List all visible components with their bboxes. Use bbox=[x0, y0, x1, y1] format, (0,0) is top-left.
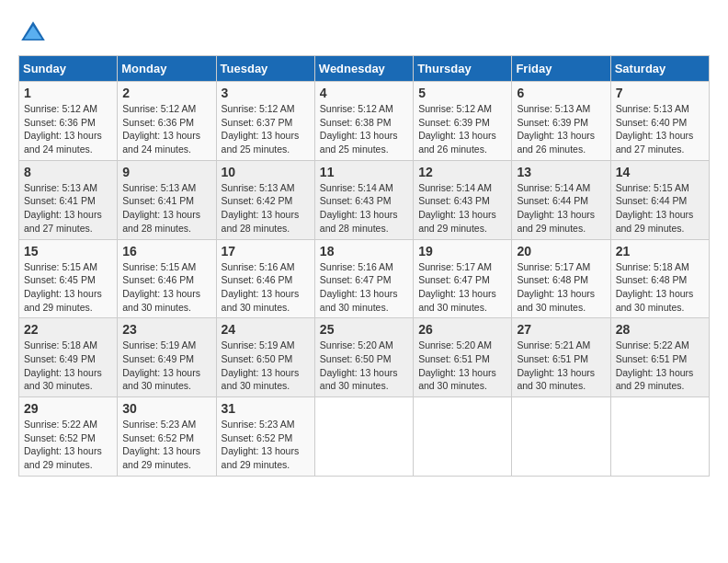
calendar-cell: 9Sunrise: 5:13 AMSunset: 6:41 PMDaylight… bbox=[118, 160, 216, 239]
day-number: 18 bbox=[320, 244, 408, 259]
calendar-cell: 27Sunrise: 5:21 AMSunset: 6:51 PMDayligh… bbox=[512, 318, 610, 397]
day-info: Sunrise: 5:13 AMSunset: 6:40 PMDaylight:… bbox=[616, 102, 704, 156]
day-info: Sunrise: 5:18 AMSunset: 6:49 PMDaylight:… bbox=[24, 339, 112, 393]
day-info: Sunrise: 5:12 AMSunset: 6:39 PMDaylight:… bbox=[418, 102, 506, 156]
day-number: 26 bbox=[418, 322, 506, 337]
day-info: Sunrise: 5:12 AMSunset: 6:38 PMDaylight:… bbox=[320, 102, 408, 156]
day-info: Sunrise: 5:12 AMSunset: 6:36 PMDaylight:… bbox=[122, 102, 210, 156]
calendar-cell: 4Sunrise: 5:12 AMSunset: 6:38 PMDaylight… bbox=[314, 82, 413, 161]
calendar-body: 1Sunrise: 5:12 AMSunset: 6:36 PMDaylight… bbox=[19, 82, 710, 477]
day-number: 2 bbox=[122, 86, 210, 100]
day-number: 16 bbox=[122, 244, 210, 259]
day-info: Sunrise: 5:14 AMSunset: 6:43 PMDaylight:… bbox=[418, 181, 506, 236]
calendar-week-4: 22Sunrise: 5:18 AMSunset: 6:49 PMDayligh… bbox=[19, 318, 710, 397]
day-info: Sunrise: 5:16 AMSunset: 6:47 PMDaylight:… bbox=[320, 260, 408, 315]
calendar-cell: 29Sunrise: 5:22 AMSunset: 6:52 PMDayligh… bbox=[19, 397, 118, 477]
weekday-header-wednesday: Wednesday bbox=[314, 56, 413, 82]
day-info: Sunrise: 5:12 AMSunset: 6:36 PMDaylight:… bbox=[24, 102, 112, 156]
calendar-cell: 12Sunrise: 5:14 AMSunset: 6:43 PMDayligh… bbox=[414, 160, 512, 239]
calendar-cell: 13Sunrise: 5:14 AMSunset: 6:44 PMDayligh… bbox=[512, 160, 610, 239]
day-info: Sunrise: 5:14 AMSunset: 6:43 PMDaylight:… bbox=[320, 181, 408, 236]
day-number: 21 bbox=[616, 244, 704, 259]
day-info: Sunrise: 5:17 AMSunset: 6:47 PMDaylight:… bbox=[418, 260, 506, 315]
day-info: Sunrise: 5:21 AMSunset: 6:51 PMDaylight:… bbox=[517, 339, 605, 393]
calendar-week-5: 29Sunrise: 5:22 AMSunset: 6:52 PMDayligh… bbox=[19, 397, 710, 477]
day-info: Sunrise: 5:13 AMSunset: 6:39 PMDaylight:… bbox=[517, 102, 605, 156]
day-info: Sunrise: 5:13 AMSunset: 6:42 PMDaylight:… bbox=[222, 181, 310, 236]
day-number: 19 bbox=[418, 244, 506, 259]
calendar-cell bbox=[512, 397, 610, 477]
weekday-header-thursday: Thursday bbox=[414, 56, 512, 82]
day-info: Sunrise: 5:19 AMSunset: 6:49 PMDaylight:… bbox=[122, 339, 210, 393]
calendar-cell: 23Sunrise: 5:19 AMSunset: 6:49 PMDayligh… bbox=[118, 318, 216, 397]
calendar-cell: 2Sunrise: 5:12 AMSunset: 6:36 PMDaylight… bbox=[118, 82, 216, 161]
weekday-header-friday: Friday bbox=[512, 56, 610, 82]
day-number: 24 bbox=[222, 322, 310, 337]
day-info: Sunrise: 5:18 AMSunset: 6:48 PMDaylight:… bbox=[616, 260, 704, 315]
day-number: 29 bbox=[24, 401, 112, 416]
day-number: 9 bbox=[122, 165, 210, 179]
day-number: 20 bbox=[517, 244, 605, 259]
day-info: Sunrise: 5:22 AMSunset: 6:52 PMDaylight:… bbox=[24, 418, 112, 472]
calendar-cell: 10Sunrise: 5:13 AMSunset: 6:42 PMDayligh… bbox=[216, 160, 314, 239]
weekday-header-row: SundayMondayTuesdayWednesdayThursdayFrid… bbox=[19, 56, 710, 82]
calendar-cell bbox=[610, 397, 709, 477]
day-number: 31 bbox=[222, 401, 310, 416]
calendar-cell: 17Sunrise: 5:16 AMSunset: 6:46 PMDayligh… bbox=[216, 239, 314, 318]
day-number: 7 bbox=[616, 86, 704, 100]
calendar-cell: 30Sunrise: 5:23 AMSunset: 6:52 PMDayligh… bbox=[118, 397, 216, 477]
calendar-cell: 21Sunrise: 5:18 AMSunset: 6:48 PMDayligh… bbox=[610, 239, 709, 318]
calendar-cell: 25Sunrise: 5:20 AMSunset: 6:50 PMDayligh… bbox=[314, 318, 413, 397]
calendar-cell: 19Sunrise: 5:17 AMSunset: 6:47 PMDayligh… bbox=[414, 239, 512, 318]
calendar-cell: 20Sunrise: 5:17 AMSunset: 6:48 PMDayligh… bbox=[512, 239, 610, 318]
day-number: 11 bbox=[320, 165, 408, 179]
calendar-cell bbox=[414, 397, 512, 477]
calendar-cell: 5Sunrise: 5:12 AMSunset: 6:39 PMDaylight… bbox=[414, 82, 512, 161]
weekday-header-monday: Monday bbox=[118, 56, 216, 82]
day-number: 12 bbox=[418, 165, 506, 179]
calendar-cell: 26Sunrise: 5:20 AMSunset: 6:51 PMDayligh… bbox=[414, 318, 512, 397]
calendar-cell: 28Sunrise: 5:22 AMSunset: 6:51 PMDayligh… bbox=[610, 318, 709, 397]
day-number: 5 bbox=[418, 86, 506, 100]
calendar-cell: 1Sunrise: 5:12 AMSunset: 6:36 PMDaylight… bbox=[19, 82, 118, 161]
day-info: Sunrise: 5:20 AMSunset: 6:51 PMDaylight:… bbox=[418, 339, 506, 393]
day-number: 22 bbox=[24, 322, 112, 337]
day-number: 27 bbox=[517, 322, 605, 337]
calendar-cell: 24Sunrise: 5:19 AMSunset: 6:50 PMDayligh… bbox=[216, 318, 314, 397]
calendar-week-3: 15Sunrise: 5:15 AMSunset: 6:45 PMDayligh… bbox=[19, 239, 710, 318]
day-info: Sunrise: 5:12 AMSunset: 6:37 PMDaylight:… bbox=[222, 102, 310, 156]
day-info: Sunrise: 5:15 AMSunset: 6:45 PMDaylight:… bbox=[24, 260, 112, 315]
day-number: 6 bbox=[517, 86, 605, 100]
calendar-cell: 11Sunrise: 5:14 AMSunset: 6:43 PMDayligh… bbox=[314, 160, 413, 239]
day-number: 30 bbox=[122, 401, 210, 416]
day-info: Sunrise: 5:22 AMSunset: 6:51 PMDaylight:… bbox=[616, 339, 704, 393]
day-info: Sunrise: 5:19 AMSunset: 6:50 PMDaylight:… bbox=[222, 339, 310, 393]
calendar-table: SundayMondayTuesdayWednesdayThursdayFrid… bbox=[18, 55, 710, 477]
calendar-cell: 22Sunrise: 5:18 AMSunset: 6:49 PMDayligh… bbox=[19, 318, 118, 397]
calendar-cell: 18Sunrise: 5:16 AMSunset: 6:47 PMDayligh… bbox=[314, 239, 413, 318]
day-number: 1 bbox=[24, 86, 112, 100]
calendar-cell: 16Sunrise: 5:15 AMSunset: 6:46 PMDayligh… bbox=[118, 239, 216, 318]
day-info: Sunrise: 5:14 AMSunset: 6:44 PMDaylight:… bbox=[517, 181, 605, 236]
day-info: Sunrise: 5:20 AMSunset: 6:50 PMDaylight:… bbox=[320, 339, 408, 393]
calendar-cell: 31Sunrise: 5:23 AMSunset: 6:52 PMDayligh… bbox=[216, 397, 314, 477]
day-number: 3 bbox=[222, 86, 310, 100]
calendar-cell: 3Sunrise: 5:12 AMSunset: 6:37 PMDaylight… bbox=[216, 82, 314, 161]
day-number: 25 bbox=[320, 322, 408, 337]
weekday-header-saturday: Saturday bbox=[610, 56, 709, 82]
day-number: 14 bbox=[616, 165, 704, 179]
logo bbox=[18, 18, 51, 48]
day-number: 10 bbox=[222, 165, 310, 179]
day-info: Sunrise: 5:15 AMSunset: 6:44 PMDaylight:… bbox=[616, 181, 704, 236]
day-number: 17 bbox=[222, 244, 310, 259]
logo-icon bbox=[18, 18, 48, 48]
calendar-cell: 8Sunrise: 5:13 AMSunset: 6:41 PMDaylight… bbox=[19, 160, 118, 239]
calendar-week-1: 1Sunrise: 5:12 AMSunset: 6:36 PMDaylight… bbox=[19, 82, 710, 161]
day-info: Sunrise: 5:13 AMSunset: 6:41 PMDaylight:… bbox=[122, 181, 210, 236]
day-info: Sunrise: 5:15 AMSunset: 6:46 PMDaylight:… bbox=[122, 260, 210, 315]
calendar-cell: 15Sunrise: 5:15 AMSunset: 6:45 PMDayligh… bbox=[19, 239, 118, 318]
day-info: Sunrise: 5:23 AMSunset: 6:52 PMDaylight:… bbox=[122, 418, 210, 472]
day-info: Sunrise: 5:17 AMSunset: 6:48 PMDaylight:… bbox=[517, 260, 605, 315]
calendar-cell: 7Sunrise: 5:13 AMSunset: 6:40 PMDaylight… bbox=[610, 82, 709, 161]
weekday-header-tuesday: Tuesday bbox=[216, 56, 314, 82]
